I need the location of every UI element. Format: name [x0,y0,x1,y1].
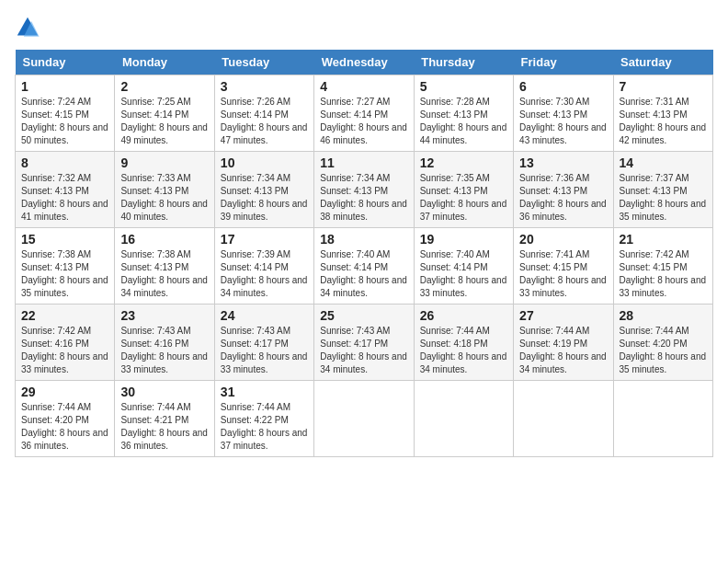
calendar-table: SundayMondayTuesdayWednesdayThursdayFrid… [15,50,713,457]
calendar-week-row: 29 Sunrise: 7:44 AM Sunset: 4:20 PM Dayl… [16,381,713,457]
weekday-header-wednesday: Wednesday [314,50,414,75]
logo-icon [15,15,40,40]
day-info: Sunrise: 7:36 AM Sunset: 4:13 PM Dayligh… [519,172,607,224]
day-info: Sunrise: 7:26 AM Sunset: 4:14 PM Dayligh… [221,96,308,147]
day-info: Sunrise: 7:30 AM Sunset: 4:13 PM Dayligh… [519,96,607,147]
calendar-week-row: 1 Sunrise: 7:24 AM Sunset: 4:15 PM Dayli… [16,75,713,152]
calendar-empty-cell [314,381,414,457]
day-number: 22 [21,308,108,323]
calendar-day-cell: 5 Sunrise: 7:28 AM Sunset: 4:13 PM Dayli… [414,75,513,152]
calendar-day-cell: 17 Sunrise: 7:39 AM Sunset: 4:14 PM Dayl… [214,228,313,304]
calendar-day-cell: 15 Sunrise: 7:38 AM Sunset: 4:13 PM Dayl… [16,228,115,304]
day-info: Sunrise: 7:40 AM Sunset: 4:14 PM Dayligh… [320,248,407,300]
day-info: Sunrise: 7:42 AM Sunset: 4:15 PM Dayligh… [620,248,707,300]
calendar-week-row: 22 Sunrise: 7:42 AM Sunset: 4:16 PM Dayl… [16,304,713,381]
day-number: 17 [221,232,308,247]
logo [15,15,44,40]
calendar-day-cell: 1 Sunrise: 7:24 AM Sunset: 4:15 PM Dayli… [16,75,115,152]
day-info: Sunrise: 7:44 AM Sunset: 4:19 PM Dayligh… [519,325,607,376]
weekday-header-friday: Friday [514,50,613,75]
day-info: Sunrise: 7:37 AM Sunset: 4:13 PM Dayligh… [620,172,707,224]
calendar-week-row: 15 Sunrise: 7:38 AM Sunset: 4:13 PM Dayl… [16,228,713,304]
day-info: Sunrise: 7:25 AM Sunset: 4:14 PM Dayligh… [120,96,208,147]
day-info: Sunrise: 7:33 AM Sunset: 4:13 PM Dayligh… [120,172,208,224]
day-number: 4 [320,79,407,94]
calendar-day-cell: 23 Sunrise: 7:43 AM Sunset: 4:16 PM Dayl… [115,304,214,381]
calendar-day-cell: 6 Sunrise: 7:30 AM Sunset: 4:13 PM Dayli… [514,75,613,152]
calendar-day-cell: 2 Sunrise: 7:25 AM Sunset: 4:14 PM Dayli… [115,75,214,152]
calendar-day-cell: 20 Sunrise: 7:41 AM Sunset: 4:15 PM Dayl… [514,228,613,304]
day-info: Sunrise: 7:43 AM Sunset: 4:16 PM Dayligh… [120,325,208,376]
day-info: Sunrise: 7:38 AM Sunset: 4:13 PM Dayligh… [120,248,208,300]
day-number: 11 [320,155,407,170]
day-info: Sunrise: 7:43 AM Sunset: 4:17 PM Dayligh… [221,325,308,376]
day-number: 7 [620,79,707,94]
day-number: 13 [519,155,607,170]
day-info: Sunrise: 7:28 AM Sunset: 4:13 PM Dayligh… [420,96,507,147]
day-info: Sunrise: 7:44 AM Sunset: 4:18 PM Dayligh… [420,325,507,376]
day-info: Sunrise: 7:44 AM Sunset: 4:22 PM Dayligh… [221,401,308,453]
calendar-day-cell: 3 Sunrise: 7:26 AM Sunset: 4:14 PM Dayli… [214,75,313,152]
calendar-day-cell: 19 Sunrise: 7:40 AM Sunset: 4:14 PM Dayl… [414,228,513,304]
day-number: 30 [120,385,208,399]
calendar-day-cell: 9 Sunrise: 7:33 AM Sunset: 4:13 PM Dayli… [115,152,214,228]
calendar-empty-cell [514,381,613,457]
calendar-day-cell: 25 Sunrise: 7:43 AM Sunset: 4:17 PM Dayl… [314,304,414,381]
calendar-day-cell: 21 Sunrise: 7:42 AM Sunset: 4:15 PM Dayl… [613,228,712,304]
day-info: Sunrise: 7:32 AM Sunset: 4:13 PM Dayligh… [21,172,108,224]
calendar-day-cell: 28 Sunrise: 7:44 AM Sunset: 4:20 PM Dayl… [613,304,712,381]
day-number: 20 [519,232,607,247]
weekday-header-sunday: Sunday [16,50,115,75]
calendar-day-cell: 18 Sunrise: 7:40 AM Sunset: 4:14 PM Dayl… [314,228,414,304]
weekday-header-thursday: Thursday [414,50,513,75]
day-info: Sunrise: 7:38 AM Sunset: 4:13 PM Dayligh… [21,248,108,300]
calendar-day-cell: 22 Sunrise: 7:42 AM Sunset: 4:16 PM Dayl… [16,304,115,381]
day-info: Sunrise: 7:34 AM Sunset: 4:13 PM Dayligh… [221,172,308,224]
day-info: Sunrise: 7:24 AM Sunset: 4:15 PM Dayligh… [21,96,108,147]
calendar-day-cell: 29 Sunrise: 7:44 AM Sunset: 4:20 PM Dayl… [16,381,115,457]
day-number: 16 [120,232,208,247]
calendar-day-cell: 24 Sunrise: 7:43 AM Sunset: 4:17 PM Dayl… [214,304,313,381]
calendar-day-cell: 8 Sunrise: 7:32 AM Sunset: 4:13 PM Dayli… [16,152,115,228]
weekday-header-monday: Monday [115,50,214,75]
day-number: 9 [120,155,208,170]
day-number: 14 [620,155,707,170]
calendar-day-cell: 16 Sunrise: 7:38 AM Sunset: 4:13 PM Dayl… [115,228,214,304]
day-info: Sunrise: 7:31 AM Sunset: 4:13 PM Dayligh… [620,96,707,147]
calendar-day-cell: 14 Sunrise: 7:37 AM Sunset: 4:13 PM Dayl… [613,152,712,228]
day-info: Sunrise: 7:27 AM Sunset: 4:14 PM Dayligh… [320,96,407,147]
day-number: 27 [519,308,607,323]
day-number: 15 [21,232,108,247]
weekday-header-saturday: Saturday [613,50,712,75]
day-number: 10 [221,155,308,170]
calendar-day-cell: 13 Sunrise: 7:36 AM Sunset: 4:13 PM Dayl… [514,152,613,228]
day-number: 23 [120,308,208,323]
day-info: Sunrise: 7:43 AM Sunset: 4:17 PM Dayligh… [320,325,407,376]
day-info: Sunrise: 7:39 AM Sunset: 4:14 PM Dayligh… [221,248,308,300]
day-number: 5 [420,79,507,94]
day-info: Sunrise: 7:42 AM Sunset: 4:16 PM Dayligh… [21,325,108,376]
day-number: 3 [221,79,308,94]
calendar-day-cell: 26 Sunrise: 7:44 AM Sunset: 4:18 PM Dayl… [414,304,513,381]
day-number: 12 [420,155,507,170]
day-info: Sunrise: 7:44 AM Sunset: 4:20 PM Dayligh… [21,401,108,453]
day-info: Sunrise: 7:44 AM Sunset: 4:20 PM Dayligh… [620,325,707,376]
day-number: 21 [620,232,707,247]
day-info: Sunrise: 7:34 AM Sunset: 4:13 PM Dayligh… [320,172,407,224]
day-number: 31 [221,385,308,399]
calendar-day-cell: 10 Sunrise: 7:34 AM Sunset: 4:13 PM Dayl… [214,152,313,228]
calendar-day-cell: 12 Sunrise: 7:35 AM Sunset: 4:13 PM Dayl… [414,152,513,228]
day-info: Sunrise: 7:40 AM Sunset: 4:14 PM Dayligh… [420,248,507,300]
day-number: 2 [120,79,208,94]
day-info: Sunrise: 7:41 AM Sunset: 4:15 PM Dayligh… [519,248,607,300]
calendar-empty-cell [414,381,513,457]
calendar-day-cell: 7 Sunrise: 7:31 AM Sunset: 4:13 PM Dayli… [613,75,712,152]
calendar-day-cell: 31 Sunrise: 7:44 AM Sunset: 4:22 PM Dayl… [214,381,313,457]
day-info: Sunrise: 7:44 AM Sunset: 4:21 PM Dayligh… [120,401,208,453]
day-number: 6 [519,79,607,94]
day-number: 26 [420,308,507,323]
day-number: 29 [21,385,108,399]
day-number: 19 [420,232,507,247]
day-number: 28 [620,308,707,323]
weekday-header-tuesday: Tuesday [214,50,313,75]
